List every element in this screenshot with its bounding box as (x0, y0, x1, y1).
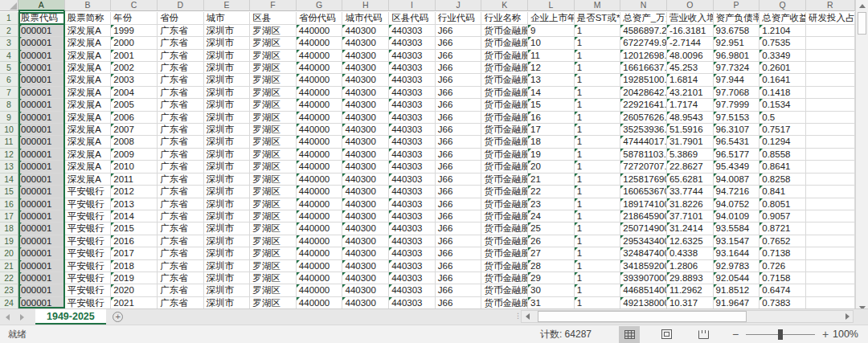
cell-E11[interactable]: 深圳市 (204, 136, 251, 148)
cell-J4[interactable]: J66 (436, 50, 482, 62)
cell-R19[interactable] (806, 235, 855, 247)
cell-M18[interactable]: 1 (575, 223, 621, 235)
cell-C7[interactable]: 2004 (111, 87, 158, 99)
cell-E19[interactable]: 深圳市 (204, 235, 251, 247)
cell-O2[interactable]: -16.3181 (667, 25, 714, 37)
cell-K9[interactable]: 货币金融服务 (481, 112, 528, 124)
cell-O17[interactable]: 37.7101 (667, 210, 714, 223)
cell-K8[interactable]: 货币金融服务 (481, 99, 528, 111)
cell-L4[interactable]: 11 (528, 50, 575, 62)
cell-N12[interactable]: 58781103. (620, 149, 667, 161)
cell-R18[interactable] (806, 223, 855, 235)
column-header-J[interactable]: J (436, 0, 482, 11)
cell-H14[interactable]: 440300 (342, 174, 389, 186)
cell-K24[interactable]: 货币金融服务 (481, 297, 528, 309)
column-header-O[interactable]: O (667, 0, 714, 11)
tab-splitter-handle[interactable]: ⋮ (514, 312, 521, 320)
cell-C17[interactable]: 2014 (111, 210, 158, 223)
cell-M3[interactable]: 1 (575, 37, 621, 49)
cell-A15[interactable]: 000001 (18, 186, 65, 198)
cell-R16[interactable] (806, 198, 855, 210)
cell-N11[interactable]: 47444017. (620, 136, 667, 148)
cell-E20[interactable]: 深圳市 (204, 247, 251, 259)
cell-I10[interactable]: 440303 (389, 124, 436, 136)
row-header-15[interactable]: 15 (0, 186, 18, 198)
cell-G15[interactable]: 440000 (297, 186, 343, 198)
cell-L7[interactable]: 14 (528, 87, 575, 99)
cell-I15[interactable]: 440303 (389, 186, 436, 198)
cell-A13[interactable]: 000001 (18, 161, 65, 173)
cell-K15[interactable]: 货币金融服务 (481, 186, 528, 198)
cell-B6[interactable]: 深发展A (65, 74, 112, 86)
cell-P3[interactable]: 92.951 (714, 37, 760, 49)
cell-A19[interactable]: 000001 (18, 235, 65, 247)
cell-H19[interactable]: 440300 (342, 235, 389, 247)
cell-N19[interactable]: 295343400 (620, 235, 667, 247)
row-header-4[interactable]: 4 (0, 50, 18, 62)
row-header-18[interactable]: 18 (0, 223, 18, 235)
row-header-7[interactable]: 7 (0, 87, 18, 99)
cell-Q14[interactable]: 0.8258 (760, 174, 806, 186)
cell-D8[interactable]: 广东省 (158, 99, 204, 111)
cell-P4[interactable]: 96.9801 (714, 50, 760, 62)
cell-O23[interactable]: 11.2962 (667, 284, 714, 296)
cell-Q12[interactable]: 0.8558 (760, 149, 806, 161)
cell-L16[interactable]: 23 (528, 198, 575, 210)
sheet-tab-active[interactable]: 1949-2025 (35, 309, 106, 325)
row-header-14[interactable]: 14 (0, 174, 18, 186)
cell-M24[interactable]: 1 (575, 297, 621, 309)
cell-C20[interactable]: 2017 (111, 247, 158, 259)
cell-I5[interactable]: 440303 (389, 62, 436, 74)
cell-J3[interactable]: J66 (436, 37, 482, 49)
row-header-6[interactable]: 6 (0, 74, 18, 86)
cell-K18[interactable]: 货币金融服务 (481, 223, 528, 235)
cell-Q13[interactable]: 0.8641 (760, 161, 806, 173)
cell-F15[interactable]: 罗湖区 (250, 186, 297, 198)
cell-D10[interactable]: 广东省 (158, 124, 204, 136)
cell-G4[interactable]: 440000 (297, 50, 343, 62)
cell-L9[interactable]: 16 (528, 112, 575, 124)
cell-I17[interactable]: 440303 (389, 210, 436, 223)
cell-J7[interactable]: J66 (436, 87, 482, 99)
cell-G5[interactable]: 440000 (297, 62, 343, 74)
cell-G21[interactable]: 440000 (297, 260, 343, 272)
cell-M11[interactable]: 1 (575, 136, 621, 148)
cell-R20[interactable] (806, 247, 855, 259)
cell-R4[interactable] (806, 50, 855, 62)
cell-D6[interactable]: 广东省 (158, 74, 204, 86)
cell-C13[interactable]: 2010 (111, 161, 158, 173)
cell-G24[interactable]: 440000 (297, 297, 343, 309)
cell-E2[interactable]: 深圳市 (204, 25, 251, 37)
cell-G18[interactable]: 440000 (297, 223, 343, 235)
cell-Q18[interactable]: 0.8721 (760, 223, 806, 235)
cell-R5[interactable] (806, 62, 855, 74)
cell-G17[interactable]: 440000 (297, 210, 343, 223)
cell-H9[interactable]: 440300 (342, 112, 389, 124)
cell-I1[interactable]: 区县代码 (389, 12, 436, 24)
row-header-22[interactable]: 22 (0, 272, 18, 284)
cell-E23[interactable]: 深圳市 (204, 284, 251, 296)
sheet-nav-left-icon[interactable] (0, 309, 14, 325)
cell-I8[interactable]: 440303 (389, 99, 436, 111)
cell-M12[interactable]: 1 (575, 149, 621, 161)
cell-E16[interactable]: 深圳市 (204, 198, 251, 210)
cell-P15[interactable]: 94.7216 (714, 186, 760, 198)
cell-L13[interactable]: 20 (528, 161, 575, 173)
zoom-slider-thumb[interactable] (778, 329, 783, 340)
cell-B16[interactable]: 平安银行 (65, 198, 112, 210)
cell-R17[interactable] (806, 210, 855, 223)
cell-G10[interactable]: 440000 (297, 124, 343, 136)
cell-I9[interactable]: 440303 (389, 112, 436, 124)
cell-J16[interactable]: J66 (436, 198, 482, 210)
cell-C16[interactable]: 2013 (111, 198, 158, 210)
cell-J23[interactable]: J66 (436, 284, 482, 296)
cell-J21[interactable]: J66 (436, 260, 482, 272)
cell-J18[interactable]: J66 (436, 223, 482, 235)
cell-F17[interactable]: 罗湖区 (250, 210, 297, 223)
cell-J10[interactable]: J66 (436, 124, 482, 136)
cell-O1[interactable]: 营业收入增长率 (667, 12, 714, 24)
cell-H12[interactable]: 440300 (342, 149, 389, 161)
cell-B14[interactable]: 深发展A (65, 174, 112, 186)
cell-K4[interactable]: 货币金融服务 (481, 50, 528, 62)
cell-L20[interactable]: 27 (528, 247, 575, 259)
